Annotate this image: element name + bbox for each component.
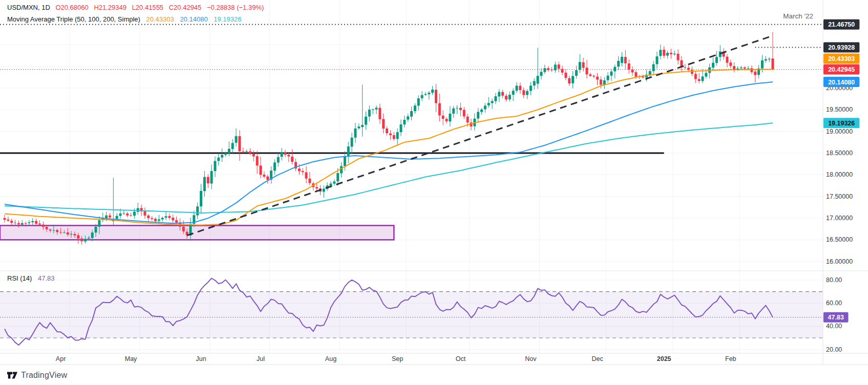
price-tick-label: 18.00000 — [826, 171, 853, 178]
time-tick-label: 2025 — [657, 355, 671, 362]
chart-canvas[interactable]: March '2220.0000019.5000019.0000018.5000… — [0, 0, 868, 385]
time-tick-label: May — [125, 355, 137, 362]
time-tick-label: Dec — [591, 355, 603, 362]
rsi-tick-label: 80.00 — [826, 276, 842, 284]
ma-indicator-title: Moving Average Triple (50, 100, 200, Sim… — [7, 15, 140, 23]
low-value: L20.41555 — [132, 4, 163, 11]
support-zone-rectangle — [0, 225, 394, 240]
price-tick-label: 18.50000 — [826, 149, 853, 157]
price-label-badge: 20.93928 — [823, 42, 859, 52]
level-annotation-march22: March '22 — [783, 12, 813, 20]
svg-text:21.46750: 21.46750 — [828, 21, 855, 28]
candlestick-series — [4, 32, 774, 245]
legend: USD/MXN, 1D O20.68060 H21.29349 L20.4155… — [7, 3, 264, 27]
ohlc-values: O20.68060 H21.29349 L20.41555 C20.42945 … — [52, 4, 264, 11]
price-tick-label: 17.00000 — [826, 215, 853, 222]
symbol-legend-row[interactable]: USD/MXN, 1D O20.68060 H21.29349 L20.4155… — [7, 3, 264, 12]
svg-text:20.93928: 20.93928 — [828, 44, 855, 51]
symbol-title: USD/MXN, 1D — [7, 4, 50, 11]
price-tick-label: 16.50000 — [826, 236, 853, 243]
svg-text:47.83: 47.83 — [828, 314, 844, 321]
price-tick-label: 17.50000 — [826, 193, 853, 200]
rsi-value: 47.83 — [38, 274, 55, 282]
footer-bar: TradingView — [0, 365, 868, 385]
open-value: O20.68060 — [55, 4, 88, 11]
rsi-tick-label: 60.00 — [826, 300, 842, 307]
price-label-badge: 19.19326 — [823, 118, 859, 128]
price-tick-label: 19.50000 — [826, 106, 853, 113]
rsi-indicator-title: RSI (14) — [7, 274, 32, 282]
tradingview-brand-text[interactable]: TradingView — [21, 371, 67, 380]
time-tick-label: Aug — [325, 355, 336, 362]
price-label-badge: 20.42945 — [823, 65, 859, 75]
time-axis[interactable]: AprMayJunJulAugSepOctNovDec2025Feb — [56, 355, 736, 362]
svg-text:20.14080: 20.14080 — [828, 79, 855, 86]
close-value: C20.42945 — [169, 4, 202, 11]
price-tick-label: 19.00000 — [826, 128, 853, 135]
svg-text:20.42945: 20.42945 — [828, 66, 855, 73]
tradingview-logo-icon[interactable] — [7, 370, 18, 380]
sma50-line — [5, 69, 773, 225]
svg-text:20.43303: 20.43303 — [828, 55, 855, 62]
price-axis[interactable]: 20.0000019.5000019.0000018.5000018.00000… — [823, 19, 859, 353]
time-tick-label: Apr — [56, 355, 66, 362]
high-value: H21.29349 — [94, 4, 126, 11]
time-tick-label: Sep — [392, 355, 403, 362]
price-label-badge: 20.43303 — [823, 54, 859, 64]
price-tick-label: 16.00000 — [826, 258, 853, 265]
tradingview-chart-window: March '2220.0000019.5000019.0000018.5000… — [0, 0, 868, 385]
change-value: −0.28838 (−1.39%) — [207, 4, 264, 11]
price-label-badge: 20.14080 — [823, 77, 859, 87]
time-tick-label: Nov — [525, 355, 537, 362]
rsi-label-badge: 47.83 — [823, 312, 849, 323]
sma50-value: 20.43303 — [146, 15, 174, 23]
time-tick-label: Jun — [196, 355, 206, 362]
time-tick-label: Feb — [725, 355, 736, 362]
ma-legend-row[interactable]: Moving Average Triple (50, 100, 200, Sim… — [7, 15, 264, 24]
time-tick-label: Oct — [456, 355, 466, 362]
ascending-trendline — [187, 37, 769, 236]
time-tick-label: Jul — [257, 355, 265, 362]
rsi-tick-label: 20.00 — [826, 346, 842, 353]
rsi-band-fill — [0, 292, 823, 338]
rsi-legend-row[interactable]: RSI (14) 47.83 — [7, 274, 55, 282]
sma200-value: 19.19326 — [214, 15, 241, 23]
svg-text:19.19326: 19.19326 — [828, 120, 855, 127]
sma100-value: 20.14080 — [180, 15, 207, 23]
rsi-tick-label: 40.00 — [826, 323, 842, 330]
sma200-line — [5, 123, 773, 213]
price-label-badge: 21.46750 — [823, 19, 859, 30]
